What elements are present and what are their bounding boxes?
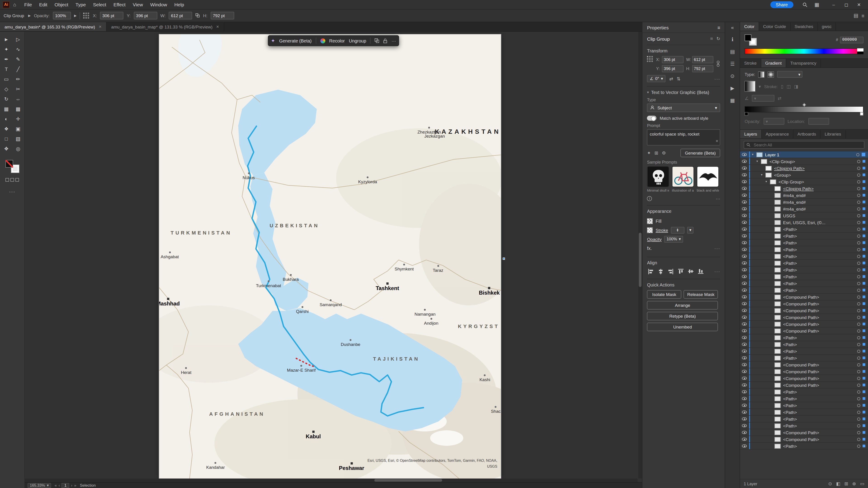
align-right-icon[interactable] <box>667 268 675 275</box>
more-options-icon[interactable]: ··· <box>714 269 720 274</box>
stroke-link[interactable]: Stroke <box>656 228 668 232</box>
visibility-eye-icon[interactable] <box>742 166 747 170</box>
more-options-icon[interactable]: ··· <box>714 76 720 81</box>
layer-name[interactable]: <Clip Group> <box>770 159 855 164</box>
target-circle-icon[interactable] <box>857 214 860 217</box>
clear-prompt-icon[interactable]: ✕ <box>715 139 718 144</box>
selection-color-chip[interactable] <box>863 167 865 169</box>
rectangle-tool[interactable]: ▭ <box>0 74 12 84</box>
layer-row[interactable]: <Compound Path> <box>740 436 868 443</box>
zoom-tool[interactable]: ◎ <box>12 144 24 154</box>
type-tool[interactable]: T <box>0 64 12 74</box>
target-circle-icon[interactable] <box>857 356 860 359</box>
transform-x-input[interactable] <box>662 56 684 63</box>
layer-name[interactable]: USGS <box>783 213 855 218</box>
selection-anchor-dot[interactable] <box>503 258 505 260</box>
gradient-stop-black[interactable] <box>745 112 748 116</box>
layer-row[interactable]: <Path> <box>740 226 868 233</box>
selection-color-chip[interactable] <box>863 201 865 203</box>
target-circle-icon[interactable] <box>857 445 860 448</box>
libraries-panel-icon[interactable]: ▤ <box>730 49 735 55</box>
close-button[interactable]: ✕ <box>852 2 865 7</box>
stroke-color-swatch[interactable] <box>647 227 653 233</box>
selection-color-chip[interactable] <box>863 282 865 285</box>
layer-name[interactable]: #m4a_end# <box>783 206 855 211</box>
fill-color-swatch[interactable]: ? <box>647 218 653 224</box>
scissors-tool[interactable]: ✂ <box>12 84 24 94</box>
constrain-proportions-icon[interactable] <box>195 13 200 18</box>
visibility-eye-icon[interactable] <box>742 370 747 373</box>
isolate-mask-button[interactable]: Isolate Mask <box>647 290 682 299</box>
layer-name[interactable]: <Path> <box>783 410 855 415</box>
crop-image-icon[interactable]: ⌗ <box>710 36 713 41</box>
more-options-icon[interactable]: ··· <box>716 196 720 201</box>
layer-row[interactable]: ▾ <Group> <box>740 172 868 178</box>
layer-row[interactable]: <Path> <box>740 402 868 409</box>
generate-beta-button[interactable]: Generate (Beta) <box>680 149 720 157</box>
selection-color-chip[interactable] <box>863 424 865 427</box>
panel-tab[interactable]: Appearance <box>762 130 793 138</box>
match-artboard-style-toggle[interactable] <box>647 116 657 121</box>
draw-mode-buttons[interactable] <box>5 178 19 182</box>
layer-row[interactable]: <Path> <box>740 280 868 287</box>
pattern-panel-icon[interactable]: ▦ <box>730 98 735 103</box>
target-circle-icon[interactable] <box>857 173 860 176</box>
edit-toolbar-button[interactable]: ··· <box>9 189 16 194</box>
visibility-eye-icon[interactable] <box>742 194 747 197</box>
sample-prompt-eagle[interactable]: black and white... <box>697 166 719 193</box>
layer-row[interactable]: <Compound Path> <box>740 314 868 321</box>
layer-row[interactable]: <Path> <box>740 348 868 355</box>
visibility-eye-icon[interactable] <box>742 437 747 441</box>
layer-row[interactable]: <Compound Path> <box>740 328 868 334</box>
layer-name[interactable]: <Compound Path> <box>783 437 855 442</box>
layer-row[interactable]: <Compound Path> <box>740 375 868 382</box>
layer-name[interactable]: <Path> <box>783 288 855 293</box>
layer-row[interactable]: <Compound Path> <box>740 300 868 307</box>
document-tab[interactable]: amu_darya_basin* @ 165.33 % (RGB/Preview… <box>0 22 107 31</box>
layer-row[interactable]: <Path> <box>740 416 868 422</box>
hand-tool[interactable]: ✥ <box>0 144 12 154</box>
scale-tool[interactable]: ⇔ <box>12 94 24 104</box>
selection-color-chip[interactable] <box>863 316 865 319</box>
selection-color-chip[interactable] <box>863 214 865 217</box>
draw-normal-icon[interactable] <box>5 178 9 182</box>
layer-row[interactable]: <Path> <box>740 239 868 246</box>
fill-stroke-chips[interactable] <box>745 34 756 45</box>
close-tab-icon[interactable]: ✕ <box>216 25 219 29</box>
reverse-gradient-icon[interactable]: ⇄ <box>778 96 781 101</box>
target-circle-icon[interactable] <box>857 377 860 380</box>
layer-name[interactable]: <Path> <box>783 389 855 394</box>
history-panel-icon[interactable]: ⊙ <box>730 73 735 79</box>
mesh-tool[interactable]: ▦ <box>0 104 12 114</box>
generate-beta-button[interactable]: Generate (Beta) <box>279 38 311 43</box>
selection-color-chip[interactable] <box>863 329 865 332</box>
layer-row[interactable]: <Path> <box>740 273 868 280</box>
selection-color-chip[interactable] <box>863 397 865 400</box>
selection-color-chip[interactable] <box>863 248 865 251</box>
layer-name[interactable]: <Path> <box>783 403 855 408</box>
layers-footer-icon[interactable]: ⊞ <box>844 481 848 486</box>
visibility-eye-icon[interactable] <box>742 153 747 156</box>
gradient-location-field[interactable] <box>808 118 829 125</box>
selection-tool[interactable]: ► <box>0 34 12 44</box>
workspace-switcher-icon[interactable]: ▦ <box>814 2 819 7</box>
direct-selection-tool[interactable]: ▷ <box>12 34 24 44</box>
panel-tab[interactable]: Swatches <box>790 22 817 31</box>
prev-artboard-icon[interactable]: ‹ <box>59 483 60 488</box>
target-circle-icon[interactable] <box>856 153 860 156</box>
selection-color-chip[interactable] <box>863 207 865 210</box>
h-input[interactable] <box>211 12 234 20</box>
menu-item[interactable]: Object <box>51 0 72 9</box>
magic-wand-tool[interactable]: ✦ <box>0 44 12 54</box>
align-h-center-icon[interactable] <box>657 268 665 275</box>
layer-name[interactable]: #m4a_end# <box>783 193 855 198</box>
layers-footer-icon[interactable]: ⊙ <box>828 481 832 486</box>
layer-row[interactable]: <Clipping Path> <box>740 185 868 192</box>
color-spectrum-bar[interactable] <box>745 48 864 54</box>
layer-name[interactable]: <Clipping Path> <box>783 186 855 191</box>
group-icon[interactable] <box>375 38 379 43</box>
flip-horizontal-icon[interactable]: ⇄ <box>669 76 673 81</box>
transform-h-input[interactable] <box>692 65 713 72</box>
selection-color-chip[interactable] <box>863 268 865 271</box>
flip-vertical-icon[interactable]: ⇅ <box>677 76 681 81</box>
